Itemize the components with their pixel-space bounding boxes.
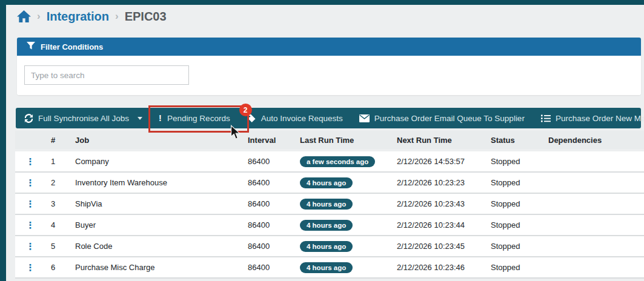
job-name: ShipVia: [70, 199, 242, 208]
filter-panel: Filter Conditions: [17, 38, 641, 95]
row-number: 5: [45, 242, 70, 251]
pending-records-count-badge: 2: [239, 104, 252, 116]
window-frame-top: [0, 0, 644, 5]
status-value: Stopped: [485, 242, 543, 251]
table-header-row: # Job Interval Last Run Time Next Run Ti…: [15, 131, 644, 149]
status-value: Stopped: [485, 178, 543, 187]
po-email-queue-label: Purchase Order Email Queue To Supplier: [374, 114, 525, 123]
table-row: ⋮ 4 Buyer 86400 4 hours ago 2/12/2026 10…: [15, 215, 644, 236]
next-run-time: 2/12/2026 10:23:23: [391, 178, 485, 187]
job-name: Buyer: [70, 220, 242, 230]
last-run-time-badge: 4 hours ago: [300, 199, 353, 210]
auto-invoice-requests-label: Auto Invoice Requests: [261, 114, 343, 123]
po-email-queue-button[interactable]: Purchase Order Email Queue To Supplier: [359, 114, 525, 123]
pending-records-label: Pending Records: [167, 114, 230, 123]
next-run-time: 2/12/2026 10:23:44: [391, 220, 485, 230]
filter-panel-header[interactable]: Filter Conditions: [17, 38, 641, 56]
table-row: ⋮ 6 Purchase Misc Charge 86400 4 hours a…: [15, 257, 644, 279]
po-new-material-requests-label: Purchase Order New Material Requests: [556, 114, 644, 123]
last-run-time-badge: 4 hours ago: [300, 262, 353, 273]
next-run-time: 2/12/2026 14:53:57: [391, 157, 485, 166]
status-value: Stopped: [485, 263, 543, 272]
list-icon: [541, 114, 551, 122]
status-value: Stopped: [485, 157, 543, 166]
jobs-table: # Job Interval Last Run Time Next Run Ti…: [15, 131, 644, 279]
row-actions-menu-button[interactable]: ⋮: [26, 220, 35, 231]
interval-value: 86400: [242, 199, 294, 208]
exclamation-icon: !: [159, 113, 162, 123]
table-row: ⋮ 3 ShipVia 86400 4 hours ago 2/12/2026 …: [15, 194, 644, 215]
job-name: Role Code: [70, 242, 242, 251]
table-row: ⋮ 5 Role Code 86400 4 hours ago 2/12/202…: [15, 236, 644, 257]
row-actions-menu-button[interactable]: ⋮: [26, 177, 35, 188]
breadcrumb-separator: ›: [37, 10, 41, 22]
job-name: Company: [70, 157, 242, 166]
column-interval: Interval: [242, 136, 294, 145]
last-run-time-badge: a few seconds ago: [300, 156, 375, 167]
next-run-time: 2/12/2026 10:23:43: [391, 199, 485, 208]
row-number: 2: [45, 178, 70, 187]
status-value: Stopped: [485, 220, 543, 230]
column-dependencies: Dependencies: [543, 136, 644, 145]
full-synchronise-all-jobs-button[interactable]: Full Synchronise All Jobs: [24, 114, 142, 123]
column-number: #: [45, 136, 70, 145]
table-row: ⋮ 1 Company 86400 a few seconds ago 2/12…: [15, 151, 644, 173]
breadcrumb: › Integration › EPIC03: [17, 10, 167, 24]
row-actions-menu-button[interactable]: ⋮: [26, 199, 35, 210]
interval-value: 86400: [242, 242, 294, 251]
full-synchronise-all-jobs-label: Full Synchronise All Jobs: [38, 114, 129, 123]
last-run-time-badge: 4 hours ago: [300, 241, 353, 252]
chevron-down-icon: [138, 117, 142, 120]
row-actions-menu-button[interactable]: ⋮: [26, 156, 35, 167]
table-row: ⋮ 2 Inventory Item Warehouse 86400 4 hou…: [15, 173, 644, 194]
envelope-icon: [359, 114, 370, 122]
column-status: Status: [485, 136, 543, 145]
row-number: 4: [45, 220, 70, 230]
job-name: Inventory Item Warehouse: [70, 178, 242, 187]
jobs-toolbar: Full Synchronise All Jobs ! Pending Reco…: [16, 108, 641, 128]
filter-panel-body: [17, 56, 641, 95]
row-number: 1: [45, 157, 70, 166]
row-actions-menu-button[interactable]: ⋮: [26, 241, 35, 252]
column-last-run-time: Last Run Time: [294, 136, 391, 145]
next-run-time: 2/12/2026 10:23:46: [391, 263, 485, 272]
row-number: 3: [45, 199, 70, 208]
status-value: Stopped: [485, 199, 543, 208]
refresh-icon: [24, 114, 33, 123]
home-icon[interactable]: [17, 10, 31, 23]
breadcrumb-current-epic03: EPIC03: [125, 10, 167, 24]
column-job: Job: [70, 136, 242, 145]
column-next-run-time: Next Run Time: [391, 136, 485, 145]
interval-value: 86400: [242, 263, 294, 272]
last-run-time-badge: 4 hours ago: [300, 177, 353, 188]
breadcrumb-link-integration[interactable]: Integration: [47, 10, 109, 24]
filter-panel-title: Filter Conditions: [41, 42, 103, 51]
job-name: Purchase Misc Charge: [70, 263, 242, 272]
interval-value: 86400: [242, 220, 294, 230]
row-actions-menu-button[interactable]: ⋮: [26, 262, 35, 273]
next-run-time: 2/12/2026 10:23:45: [391, 242, 485, 251]
last-run-time-badge: 4 hours ago: [300, 220, 353, 231]
interval-value: 86400: [242, 157, 294, 166]
search-input[interactable]: [24, 65, 189, 85]
window-frame-left: [0, 0, 6, 281]
interval-value: 86400: [242, 178, 294, 187]
filter-icon: [27, 42, 35, 51]
row-number: 6: [45, 263, 70, 272]
po-new-material-requests-button[interactable]: Purchase Order New Material Requests: [541, 114, 644, 123]
pending-records-button[interactable]: ! Pending Records 2: [159, 113, 230, 123]
breadcrumb-separator: ›: [115, 10, 119, 22]
auto-invoice-requests-button[interactable]: Auto Invoice Requests: [247, 114, 343, 123]
